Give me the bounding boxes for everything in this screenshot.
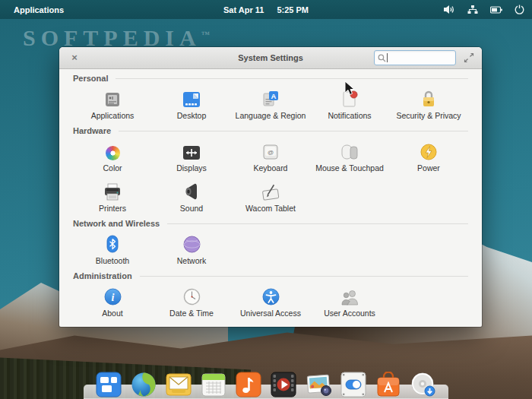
keyboard-icon: @ bbox=[262, 140, 279, 160]
mail-icon[interactable] bbox=[166, 372, 192, 397]
tile-sound[interactable]: Sound bbox=[152, 180, 231, 213]
tile-color[interactable]: Color bbox=[73, 140, 152, 173]
section-label: Administration bbox=[73, 271, 132, 280]
color-icon bbox=[106, 140, 120, 160]
titlebar[interactable]: × System Settings bbox=[59, 47, 482, 69]
desktop-icon bbox=[182, 87, 201, 108]
tile-power[interactable]: Power bbox=[389, 140, 468, 173]
disc-burner-icon[interactable] bbox=[410, 372, 436, 397]
tile-about[interactable]: i About bbox=[73, 285, 152, 318]
web-browser-icon[interactable] bbox=[131, 372, 157, 397]
tile-notifications[interactable]: Notifications bbox=[310, 87, 389, 120]
tile-bluetooth[interactable]: Bluetooth bbox=[73, 233, 152, 265]
tile-label: Keyboard bbox=[254, 163, 288, 173]
sound-icon bbox=[184, 180, 199, 201]
system-settings-window: × System Settings Personal Applications … bbox=[59, 47, 482, 327]
multitasking-view-icon[interactable] bbox=[96, 372, 122, 397]
tile-displays[interactable]: Displays bbox=[152, 140, 231, 173]
watermark-tm: ™ bbox=[201, 30, 210, 39]
maximize-icon[interactable] bbox=[464, 52, 474, 63]
section-personal: Personal Applications Desktop A Language… bbox=[59, 69, 482, 122]
panel-date: Sat Apr 11 bbox=[223, 5, 264, 14]
section-hardware: Hardware Color Displays @ Keyboard Mouse… bbox=[59, 122, 482, 214]
wacom-tablet-icon bbox=[261, 180, 280, 201]
system-settings-icon[interactable] bbox=[340, 372, 366, 397]
tile-label: Color bbox=[103, 163, 122, 173]
tile-label: User Accounts bbox=[324, 309, 375, 318]
music-icon[interactable] bbox=[236, 372, 261, 397]
tile-applications[interactable]: Applications bbox=[73, 87, 152, 120]
search-input[interactable] bbox=[388, 53, 448, 62]
section-administration: Administration i About Date & Time Unive… bbox=[59, 267, 482, 319]
photos-icon[interactable] bbox=[306, 372, 331, 397]
applications-icon bbox=[104, 87, 121, 108]
language-region-icon: A bbox=[261, 87, 280, 108]
svg-text:A: A bbox=[271, 92, 277, 100]
top-panel: Applications Sat Apr 11 5:25 PM bbox=[0, 0, 532, 19]
tile-language-region[interactable]: A Language & Region bbox=[231, 87, 310, 120]
tile-desktop[interactable]: Desktop bbox=[152, 87, 231, 120]
mouse-touchpad-icon bbox=[340, 140, 359, 160]
tile-security-privacy[interactable]: Security & Privacy bbox=[389, 87, 468, 120]
search-box[interactable] bbox=[374, 50, 456, 65]
dock bbox=[94, 372, 438, 399]
section-label: Network and Wireless bbox=[73, 219, 160, 228]
notifications-icon bbox=[340, 87, 359, 108]
universal-access-icon bbox=[262, 285, 280, 306]
section-network-wireless: Network and Wireless Bluetooth Network bbox=[59, 214, 482, 267]
tile-label: Power bbox=[417, 163, 440, 173]
security-privacy-icon bbox=[421, 87, 436, 108]
tile-keyboard[interactable]: @ Keyboard bbox=[231, 140, 310, 173]
power-tray-icon[interactable] bbox=[515, 5, 524, 14]
user-accounts-icon bbox=[340, 285, 359, 306]
tile-date-time[interactable]: Date & Time bbox=[152, 285, 231, 318]
tile-label: Language & Region bbox=[236, 111, 306, 120]
tile-label: Date & Time bbox=[169, 309, 214, 318]
power-icon bbox=[420, 140, 437, 160]
tile-label: Displays bbox=[176, 163, 207, 173]
tile-wacom-tablet[interactable]: Wacom Tablet bbox=[231, 180, 310, 213]
tile-label: Applications bbox=[91, 111, 135, 120]
network-tray-icon[interactable] bbox=[467, 5, 478, 14]
tile-label: Printers bbox=[99, 204, 126, 213]
volume-icon[interactable] bbox=[444, 5, 455, 14]
tile-label: Bluetooth bbox=[96, 256, 129, 265]
tile-label: Desktop bbox=[177, 111, 207, 120]
tile-network[interactable]: Network bbox=[152, 233, 231, 265]
tile-universal-access[interactable]: Universal Access bbox=[231, 285, 310, 318]
videos-icon[interactable] bbox=[271, 372, 296, 397]
tile-label: Notifications bbox=[328, 111, 371, 120]
tile-label: Mouse & Touchpad bbox=[315, 163, 384, 173]
svg-text:@: @ bbox=[268, 149, 274, 156]
network-icon bbox=[183, 233, 201, 253]
tile-label: Wacom Tablet bbox=[245, 204, 296, 213]
appcenter-icon[interactable] bbox=[375, 372, 401, 397]
date-time-icon bbox=[183, 285, 201, 306]
printers-icon bbox=[103, 180, 122, 201]
tile-mouse-touchpad[interactable]: Mouse & Touchpad bbox=[310, 140, 389, 173]
tile-label: About bbox=[102, 309, 122, 318]
tile-label: Network bbox=[177, 256, 207, 265]
svg-text:i: i bbox=[111, 292, 114, 303]
close-button[interactable]: × bbox=[68, 52, 81, 64]
bluetooth-icon bbox=[106, 233, 119, 253]
search-icon bbox=[378, 54, 386, 62]
calendar-icon[interactable] bbox=[201, 372, 226, 397]
section-label: Hardware bbox=[73, 126, 111, 135]
tile-label: Sound bbox=[180, 204, 203, 213]
desktop: SOFTPEDIA™ www.softpedia.com Application… bbox=[0, 0, 532, 399]
section-rule bbox=[116, 78, 468, 79]
section-rule bbox=[167, 223, 468, 224]
displays-icon bbox=[182, 140, 201, 160]
section-rule bbox=[140, 276, 468, 277]
tile-user-accounts[interactable]: User Accounts bbox=[310, 285, 389, 318]
panel-time: 5:25 PM bbox=[277, 5, 309, 14]
section-label: Personal bbox=[73, 74, 108, 83]
tile-label: Security & Privacy bbox=[396, 111, 461, 120]
tile-printers[interactable]: Printers bbox=[73, 180, 152, 213]
tile-label: Universal Access bbox=[240, 309, 301, 318]
about-icon: i bbox=[104, 285, 122, 306]
section-rule bbox=[119, 131, 468, 131]
battery-icon[interactable] bbox=[490, 6, 502, 14]
